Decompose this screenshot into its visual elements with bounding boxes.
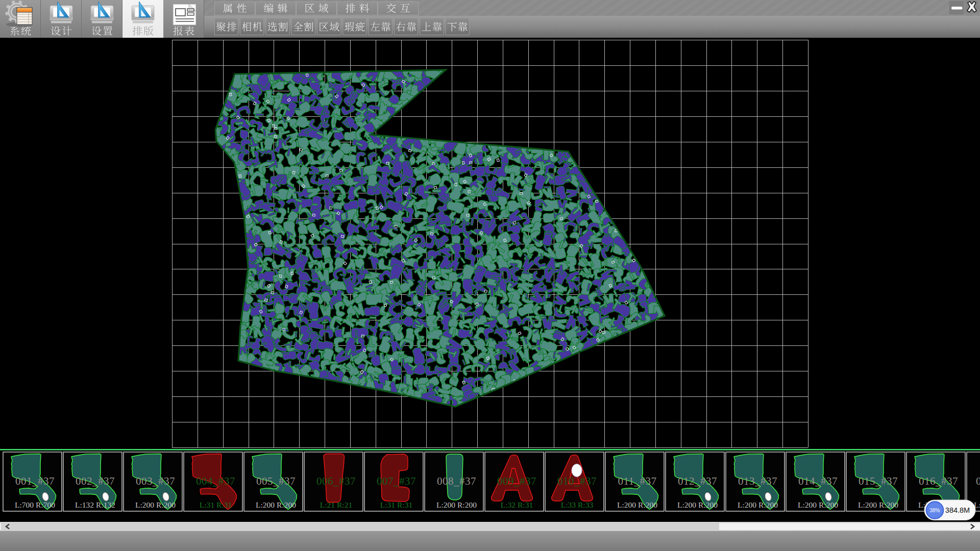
- svg-text:006_#37: 006_#37: [316, 475, 356, 487]
- svg-text:012_#37: 012_#37: [678, 475, 717, 487]
- svg-text:L:200 R:200: L:200 R:200: [798, 500, 838, 509]
- svg-text:009_#37: 009_#37: [497, 475, 536, 487]
- svg-text:010_#37: 010_#37: [557, 475, 597, 487]
- svg-text:007_#37: 007_#37: [377, 475, 416, 487]
- svg-text:L:200 R:200: L:200 R:200: [436, 500, 477, 509]
- svg-text:L:31 R:31: L:31 R:31: [200, 500, 232, 509]
- svg-text:003_#37: 003_#37: [136, 475, 175, 487]
- svg-text:L:200 R:200: L:200 R:200: [738, 500, 778, 509]
- svg-text:L:33 R:33: L:33 R:33: [561, 500, 594, 509]
- svg-text:011_#37: 011_#37: [618, 475, 656, 487]
- svg-text:38%: 38%: [929, 508, 940, 513]
- svg-text:384.8M: 384.8M: [945, 506, 970, 514]
- svg-text:L:200 R:200: L:200 R:200: [135, 500, 176, 509]
- svg-text:005_#37: 005_#37: [256, 475, 296, 487]
- svg-text:014_#37: 014_#37: [798, 475, 838, 487]
- svg-text:L:31 R:31: L:31 R:31: [380, 500, 412, 509]
- svg-text:L:200 R:200: L:200 R:200: [256, 500, 296, 509]
- svg-text:008_#37: 008_#37: [437, 475, 476, 487]
- svg-text:L:700 R:700: L:700 R:700: [15, 500, 55, 509]
- svg-text:L:200 R:200: L:200 R:200: [677, 500, 718, 509]
- svg-text:L:132 R:132: L:132 R:132: [75, 500, 115, 509]
- svg-text:004_#37: 004_#37: [196, 475, 235, 487]
- svg-text:L:200 R:200: L:200 R:200: [858, 500, 898, 509]
- svg-text:L:21 R:21: L:21 R:21: [320, 500, 352, 509]
- svg-text:002_#37: 002_#37: [76, 475, 115, 487]
- svg-text:0: 0: [976, 475, 980, 487]
- svg-text:016_#37: 016_#37: [919, 475, 958, 487]
- svg-text:L:32 R:31: L:32 R:31: [501, 500, 533, 509]
- svg-text:015_#37: 015_#37: [859, 475, 898, 487]
- svg-text:001_#37: 001_#37: [15, 475, 55, 487]
- svg-text:013_#37: 013_#37: [738, 475, 777, 487]
- svg-text:L:200 R:200: L:200 R:200: [617, 500, 657, 509]
